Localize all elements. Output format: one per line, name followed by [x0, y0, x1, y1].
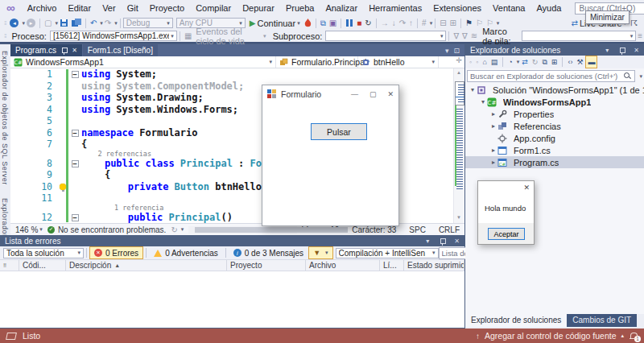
save-icon[interactable]	[60, 19, 68, 27]
menu-git[interactable]: Git	[122, 0, 144, 16]
expander-icon[interactable]: ▾	[479, 98, 487, 105]
new-file-caret-icon[interactable]: ▾	[55, 20, 58, 27]
window-position-caret-icon[interactable]: ▾	[605, 47, 609, 54]
tree-item-soluci-n-windowsformsapp1-1-de-1-proyecto[interactable]: ▾Solución "WindowsFormsApp1" (1 de 1 pro…	[465, 84, 644, 96]
filter-button[interactable]: ▼▾	[308, 246, 332, 259]
menu-ventana[interactable]: Ventana	[487, 0, 530, 16]
toolbar-overflow-icon[interactable]: ≡	[638, 30, 642, 42]
navigate-back-caret-icon[interactable]: ▾	[22, 20, 25, 27]
error-scope-combo[interactable]: Toda la solución▾	[3, 248, 84, 258]
stack-frame-combo[interactable]: ▾	[522, 31, 636, 41]
toolbar-drag-handle[interactable]: ⁞⁞	[4, 19, 6, 27]
expander-icon[interactable]: ▸	[489, 122, 497, 130]
tree-item-app-config[interactable]: App.config	[465, 132, 644, 144]
tree-item-windowsformsapp1[interactable]: ▾C#WindowsFormsApp1	[465, 96, 644, 108]
dock-tab-explorador-de-soluciones[interactable]: Explorador de soluciones	[465, 314, 567, 327]
errors-toggle[interactable]: ✕ 0 Errores	[89, 246, 143, 259]
properties-icon[interactable]: ⚒	[575, 56, 584, 68]
tab-list-caret-icon[interactable]: ▾	[445, 47, 449, 55]
column-header-proyecto[interactable]: Proyecto	[227, 260, 306, 271]
find-in-files-icon[interactable]: ⧉	[320, 17, 326, 29]
problems-status[interactable]: No se encontraron problemas.	[58, 225, 167, 234]
zoom-caret-icon[interactable]: ▾	[39, 226, 43, 233]
close-tab-icon[interactable]: ✕	[72, 47, 77, 54]
column-header-archivo[interactable]: Archivo	[306, 260, 380, 271]
aceptar-button[interactable]: Aceptar	[488, 228, 525, 240]
breakpoints-window-icon[interactable]: ⊟	[440, 17, 446, 29]
sync-with-active-document-icon[interactable]: ⇄	[520, 56, 530, 68]
menu-extensiones[interactable]: Extensiones	[427, 0, 487, 16]
navbar-type-combo[interactable]: Formulario.Principal▾	[276, 56, 358, 68]
bookmark-icon[interactable]: ⚑	[465, 17, 473, 29]
pin-icon[interactable]	[62, 48, 68, 53]
undo-caret-icon[interactable]: ▾	[100, 20, 103, 27]
stop-icon[interactable]: ■	[357, 17, 361, 29]
scroll-up-icon[interactable]: ▲	[456, 70, 461, 75]
close-icon[interactable]: ✕	[523, 184, 530, 192]
navbar-member-combo[interactable]: btnHello▾	[358, 56, 439, 68]
sidebar-tab-sql-server-object-explorer[interactable]: Explorador de objetos de SQL Server	[0, 44, 10, 192]
close-icon[interactable]: ✕	[387, 90, 394, 98]
column-header-descripci-n[interactable]: Descripción ▲	[66, 260, 227, 271]
immediate-window-icon[interactable]: ⊞	[450, 17, 456, 29]
tree-item-program-cs[interactable]: ▸C#Program.cs	[465, 156, 644, 168]
minimize-icon[interactable]: —	[351, 90, 358, 98]
menu-prueba[interactable]: Prueba	[280, 0, 320, 16]
split-editor-icon[interactable]: ✛	[456, 56, 464, 68]
menu-ver[interactable]: Ver	[97, 0, 122, 16]
navbar-project-combo[interactable]: C# WindowsFormsApp1▾	[10, 56, 276, 68]
tree-item-referencias[interactable]: ▸Referencias	[465, 120, 644, 132]
undo-icon[interactable]: ↶	[90, 17, 97, 29]
maximize-icon[interactable]: ▢	[369, 90, 377, 98]
collapse-all-icon[interactable]: ⧉	[540, 56, 548, 68]
switch-views-icon[interactable]: ▤	[489, 56, 500, 68]
line-number-icon[interactable]: #	[422, 17, 427, 29]
column-header-l[interactable]: Lí...	[380, 260, 404, 271]
new-file-icon[interactable]: ▢	[44, 17, 52, 29]
debug-toolbar-drag-handle[interactable]: ⁞⁞	[4, 32, 6, 39]
line-ending-indicator[interactable]: CRLF	[439, 225, 460, 234]
zoom-level[interactable]: 146 %	[15, 225, 38, 234]
horizontal-scrollbar[interactable]	[188, 226, 296, 233]
fold-collapse-icon[interactable]: –	[72, 130, 79, 137]
pin-icon[interactable]	[440, 238, 446, 244]
minimap-viewport[interactable]	[455, 81, 464, 105]
app-window-title-bar[interactable]: Formulario — ▢ ✕	[262, 85, 398, 102]
messages-toggle[interactable]: i 0 de 3 Mensajes	[229, 246, 308, 259]
tree-item-form1-cs[interactable]: ▸Form1.cs	[465, 144, 644, 156]
source-control-caret-icon[interactable]: ▴	[621, 333, 624, 339]
fold-collapse-icon[interactable]: –	[72, 214, 79, 221]
warnings-toggle[interactable]: 0 Advertencias	[149, 246, 223, 259]
column-severity-icon[interactable]: ‼	[0, 260, 19, 271]
float-group-icon[interactable]: ⊡	[453, 47, 460, 55]
menu-proyecto[interactable]: Proyecto	[144, 0, 190, 16]
view-code-icon[interactable]: ‹›	[566, 56, 574, 68]
restart-icon[interactable]: ↻	[365, 17, 371, 29]
code-line-1[interactable]: 1–using System;	[10, 68, 453, 81]
sync-caret-icon[interactable]: ▾	[181, 226, 184, 233]
preview-selected-items-icon[interactable]: ▬	[585, 56, 597, 68]
menu-archivo[interactable]: Archivo	[22, 0, 63, 16]
navigate-back-icon[interactable]: ◄	[10, 19, 19, 27]
solution-explorer-shortcut-icon[interactable]: ▣	[329, 17, 336, 29]
fold-collapse-icon[interactable]: –	[72, 160, 79, 167]
bookmark-caret-icon[interactable]: ▾	[497, 20, 500, 27]
tree-item-properties[interactable]: ▸Properties	[465, 108, 644, 120]
pending-changes-filter-icon[interactable]: ◔	[506, 56, 514, 68]
line-number-caret-icon[interactable]: ▾	[430, 20, 433, 27]
menu-herramientas[interactable]: Herramientas	[363, 0, 427, 16]
show-all-files-icon[interactable]: ⊞	[550, 56, 559, 68]
save-all-icon[interactable]	[72, 19, 81, 27]
menu-compilar[interactable]: Compilar	[190, 0, 237, 16]
home-icon[interactable]: ⌂	[481, 56, 488, 68]
close-panel-icon[interactable]: ✕	[454, 238, 460, 245]
scroll-down-icon[interactable]: ▼	[456, 215, 461, 220]
minimap-scrollbar[interactable]: ▲ ▼	[453, 68, 464, 223]
solution-explorer-title-bar[interactable]: Explorador de soluciones ▾ ✕	[465, 44, 644, 56]
filter-caret-icon[interactable]: ▾	[517, 59, 520, 65]
scrollbar-thumb[interactable]	[195, 227, 348, 233]
dock-tab-cambios-de-git[interactable]: Cambios de GIT	[567, 314, 637, 327]
error-list-body[interactable]	[0, 271, 464, 328]
error-list-title-bar[interactable]: Lista de errores ▾ ✕	[0, 235, 464, 246]
feedback-icon[interactable]: ☈	[630, 17, 638, 29]
